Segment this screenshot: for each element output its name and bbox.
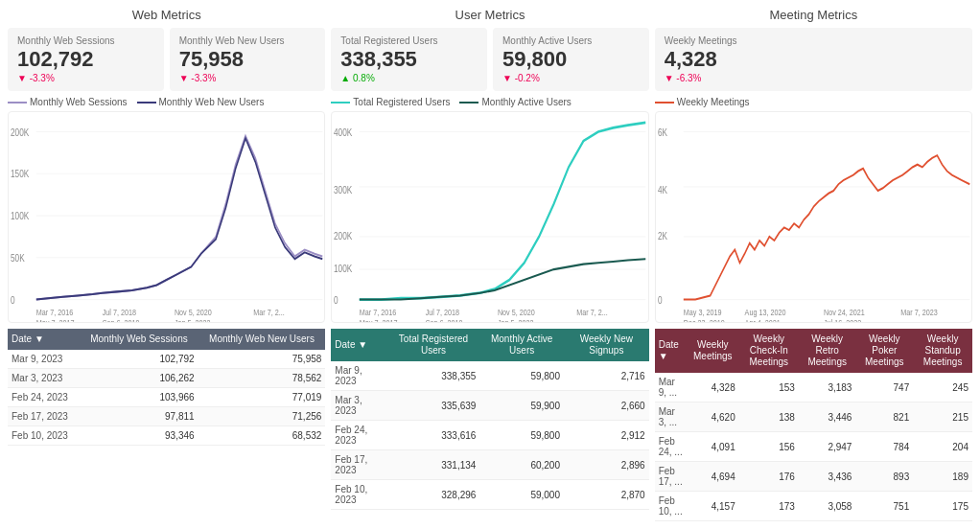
user-metrics-panel: User Metrics Total Registered Users 338,… [331,8,648,91]
retro-meetings-header: Weekly Retro Meetings [799,329,856,373]
web-date-cell: Mar 9, 2023 [8,350,80,369]
weekly-meetings-value: 4,328 [665,48,963,71]
svg-text:0: 0 [11,294,15,306]
user-table: Date ▼ Total Registered Users Monthly Ac… [331,329,648,510]
table-row: Feb 17, ...4,6941763,436893189 [655,462,972,492]
user-metrics-title: User Metrics [331,8,648,22]
svg-text:May 3, 2019: May 3, 2019 [683,307,721,317]
meeting-chart-panel: Weekly Meetings 6K 4K 2K 0 May 3, 2019 A… [655,97,972,323]
svg-text:400K: 400K [334,126,353,138]
web-sessions-label: Monthly Web Sessions [17,35,154,46]
standup-meetings-header: Weekly Standup Meetings [913,329,972,373]
web-legend: Monthly Web Sessions Monthly Web New Use… [8,97,325,107]
web-new-users-change: ▼ -3.3% [179,73,316,83]
svg-text:6K: 6K [658,126,668,138]
web-new-users-value: 75,958 [179,48,316,71]
svg-text:Mar 7, 2...: Mar 7, 2... [253,307,284,317]
svg-text:Jul 7, 2018: Jul 7, 2018 [426,307,459,317]
svg-text:Mar 7, 2...: Mar 7, 2... [577,307,608,317]
user-table-body: Mar 9, 2023338,35559,8002,716 Mar 3, 202… [331,361,648,510]
total-users-legend: Total Registered Users [331,97,450,107]
web-sessions-legend: Monthly Web Sessions [8,97,128,107]
meeting-legend: Weekly Meetings [655,97,972,107]
web-date-header: Date ▼ [8,329,80,350]
meeting-chart-area: 6K 4K 2K 0 May 3, 2019 Aug 13, 2020 Nov … [655,111,972,323]
svg-text:Sep 6, 2019: Sep 6, 2019 [426,317,463,322]
svg-text:Jul 16, 2022: Jul 16, 2022 [824,317,861,322]
svg-text:Nov 24, 2021: Nov 24, 2021 [824,307,865,317]
web-sessions-cell: 97,811 [80,407,198,426]
web-sessions-cell: 103,966 [80,388,198,407]
weekly-meetings-legend: Weekly Meetings [655,97,750,107]
weekly-meetings-legend-line [655,102,674,104]
web-date-cell: Feb 17, 2023 [8,407,80,426]
web-sessions-legend-line [8,102,27,104]
web-table: Date ▼ Monthly Web Sessions Monthly Web … [8,329,325,446]
web-chart-svg: 200K 150K 100K 50K 0 Mar 7, 2016 Jul 7, … [9,112,324,322]
user-table-head: Date ▼ Total Registered Users Monthly Ac… [331,329,648,361]
top-section: Web Metrics Monthly Web Sessions 102,792… [8,8,972,91]
web-date-cell: Feb 10, 2023 [8,426,80,446]
bottom-section: Date ▼ Monthly Web Sessions Monthly Web … [8,329,972,521]
web-table-body: Mar 9, 2023102,79275,958 Mar 3, 2023106,… [8,350,325,446]
total-users-value: 338,355 [340,48,478,71]
web-metric-cards: Monthly Web Sessions 102,792 ▼ -3.3% Mon… [8,28,325,91]
table-row: Feb 24, 2023103,96677,019 [8,388,325,407]
monthly-active-value: 59,800 [502,48,640,71]
svg-text:May 7, 2017: May 7, 2017 [36,317,75,322]
web-new-users-header: Monthly Web New Users [198,329,326,350]
weekly-meetings-legend-label: Weekly Meetings [677,97,750,107]
user-chart-svg: 400K 300K 200K 100K 0 Mar 7, 2016 Jul 7,… [332,112,647,322]
total-users-legend-label: Total Registered Users [353,97,450,107]
total-users-change: ▲ 0.8% [340,73,478,83]
checkin-meetings-header: Weekly Check-In Meetings [739,329,799,373]
svg-text:50K: 50K [11,252,25,264]
web-sessions-cell: 106,262 [80,369,198,388]
monthly-active-card: Monthly Active Users 59,800 ▼ -0.2% [493,28,649,91]
meeting-table: Date ▼ Weekly Meetings Weekly Check-In M… [655,329,972,521]
web-new-users-legend-line [137,102,156,104]
meeting-table-body: Mar 9, ...4,3281533,183747245 Mar 3, ...… [655,373,972,521]
meeting-table-head: Date ▼ Weekly Meetings Weekly Check-In M… [655,329,972,373]
svg-text:Jan 5, 2022: Jan 5, 2022 [175,317,211,322]
web-new-users-cell: 71,256 [198,407,326,426]
total-users-legend-line [331,102,350,104]
table-row: Mar 9, ...4,3281533,183747245 [655,373,972,402]
meeting-metric-cards: Weekly Meetings 4,328 ▼ -6.3% [655,28,972,91]
web-new-users-legend: Monthly Web New Users [137,97,265,107]
svg-text:100K: 100K [11,210,30,221]
web-new-users-card: Monthly Web New Users 75,958 ▼ -3.3% [170,28,326,91]
svg-text:200K: 200K [334,230,353,242]
svg-text:4K: 4K [658,184,668,196]
web-chart-area: 200K 150K 100K 50K 0 Mar 7, 2016 Jul 7, … [8,111,325,323]
monthly-active-legend: Monthly Active Users [459,97,571,107]
web-metrics-title: Web Metrics [8,8,325,22]
table-row: Mar 3, 2023106,26278,562 [8,369,325,388]
svg-text:Mar 7, 2016: Mar 7, 2016 [36,307,74,317]
weekly-meetings-change: ▼ -6.3% [665,73,963,83]
table-row: Mar 9, 2023102,79275,958 [8,350,325,369]
svg-text:Jul 7, 2018: Jul 7, 2018 [103,307,136,317]
meeting-metrics-panel: Meeting Metrics Weekly Meetings 4,328 ▼ … [655,8,972,91]
svg-text:Apr 4, 2021: Apr 4, 2021 [744,317,780,322]
svg-text:200K: 200K [11,126,30,138]
poker-meetings-header: Weekly Poker Meetings [855,329,913,373]
weekly-meetings-label: Weekly Meetings [665,35,963,46]
web-sessions-cell: 93,346 [80,426,198,446]
table-row: Feb 17, 202397,81171,256 [8,407,325,426]
monthly-active-label: Monthly Active Users [502,35,640,46]
meeting-table-panel: Date ▼ Weekly Meetings Weekly Check-In M… [655,329,972,521]
meeting-metrics-title: Meeting Metrics [655,8,972,22]
user-chart-area: 400K 300K 200K 100K 0 Mar 7, 2016 Jul 7,… [331,111,648,323]
table-row: Feb 24, 2023333,61659,8002,912 [331,421,648,450]
web-chart-panel: Monthly Web Sessions Monthly Web New Use… [8,97,325,323]
meeting-date-header: Date ▼ [655,329,687,373]
web-sessions-change: ▼ -3.3% [17,73,154,83]
table-row: Feb 10, 2023328,29659,0002,870 [331,480,648,510]
svg-text:Aug 13, 2020: Aug 13, 2020 [744,307,785,317]
total-users-card: Total Registered Users 338,355 ▲ 0.8% [331,28,487,91]
svg-text:Mar 7, 2023: Mar 7, 2023 [900,307,938,317]
web-metrics-panel: Web Metrics Monthly Web Sessions 102,792… [8,8,325,91]
svg-text:Nov 5, 2020: Nov 5, 2020 [498,307,535,317]
web-new-users-legend-label: Monthly Web New Users [159,97,265,107]
